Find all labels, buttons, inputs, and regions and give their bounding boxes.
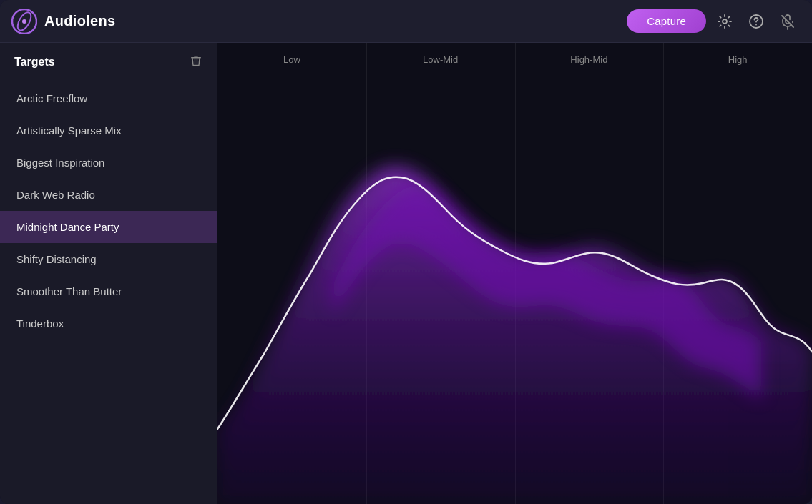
sidebar-item-tinderbox[interactable]: Tinderbox <box>0 307 217 340</box>
header-right: Capture <box>627 9 801 34</box>
main-content: Targets Arctic FreeflowArtistically Spar… <box>0 43 812 504</box>
svg-point-5 <box>755 24 757 25</box>
svg-point-2 <box>22 19 26 24</box>
sidebar-item-midnight-dance-party[interactable]: Midnight Dance Party <box>0 211 217 243</box>
sidebar-header: Targets <box>0 43 217 79</box>
svg-rect-9 <box>194 56 198 57</box>
sidebar-item-dark-web-radio[interactable]: Dark Web Radio <box>0 179 217 211</box>
header: Audiolens Capture <box>0 0 812 43</box>
header-left: Audiolens <box>11 9 115 34</box>
app-title: Audiolens <box>44 13 115 29</box>
gear-icon <box>717 14 733 29</box>
sidebar-item-biggest-inspiration[interactable]: Biggest Inspiration <box>0 147 217 179</box>
sidebar-item-shifty-distancing[interactable]: Shifty Distancing <box>0 243 217 275</box>
sidebar: Targets Arctic FreeflowArtistically Spar… <box>0 43 217 504</box>
capture-button[interactable]: Capture <box>627 9 706 33</box>
svg-point-3 <box>723 19 727 24</box>
frequency-curve <box>217 43 812 504</box>
sidebar-item-artistically-sparse-mix[interactable]: Artistically Sparse Mix <box>0 114 217 147</box>
question-icon <box>748 14 764 29</box>
help-button[interactable] <box>743 9 769 34</box>
sidebar-title: Targets <box>14 56 55 69</box>
visualization-area: LowLow-MidHigh-MidHigh <box>217 43 812 504</box>
delete-icon[interactable] <box>190 54 202 70</box>
targets-list: Arctic FreeflowArtistically Sparse MixBi… <box>0 79 217 504</box>
sidebar-item-smoother-than-butter[interactable]: Smoother Than Butter <box>0 275 217 307</box>
app-logo <box>11 9 37 34</box>
settings-button[interactable] <box>712 9 738 34</box>
app-container: Audiolens Capture <box>0 0 812 504</box>
mic-off-icon <box>779 13 796 30</box>
mic-off-button[interactable] <box>775 9 801 34</box>
sidebar-item-arctic-freeflow[interactable]: Arctic Freeflow <box>0 82 217 114</box>
